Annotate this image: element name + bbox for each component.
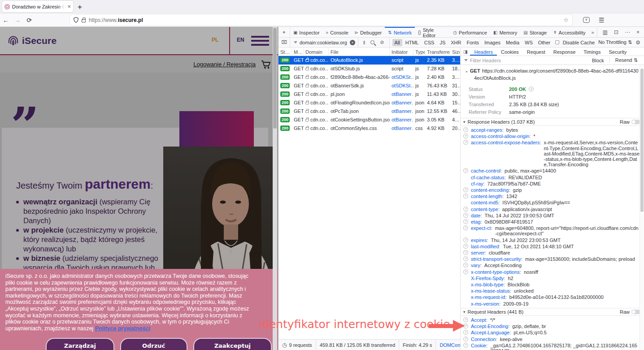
disable-cache-label[interactable]: Disable Cache [563, 40, 595, 45]
response-header-row[interactable]: ?x-ms-blob-type:BlockBlob [461, 281, 644, 288]
pick-element-icon[interactable]: ⌖ [278, 27, 290, 37]
network-request-row[interactable]: 200GETcdn.co…otCommonStyles.cssotBanner…… [278, 124, 460, 133]
initiator-cell[interactable]: otSDKSt… [390, 82, 413, 90]
help-icon[interactable]: ? [463, 207, 468, 212]
type-filter-other[interactable]: Other [536, 39, 553, 46]
cart-icon[interactable] [261, 60, 271, 69]
search-icon[interactable] [370, 40, 374, 44]
response-header-row[interactable]: ?access-control-expose-headers:x-ms-requ… [461, 139, 644, 168]
response-header-row[interactable]: ?content-type:application/x-javascript [461, 206, 644, 212]
type-filter-fonts[interactable]: Fonts [464, 39, 481, 46]
forward-button[interactable]: → [12, 17, 23, 24]
throttling-select[interactable]: No Throttling ⇅ [598, 39, 632, 45]
resend-button[interactable]: Resend ⇅ [615, 57, 638, 63]
devtools-tab-network[interactable]: ⇅Network [385, 27, 415, 37]
help-icon[interactable]: ? [463, 194, 468, 199]
response-header-row[interactable]: ?x-ms-lease-status:unlocked [461, 288, 644, 294]
block-requests-icon[interactable]: ⊘ [380, 39, 384, 45]
details-tab-cookies[interactable]: Cookies [497, 48, 523, 56]
network-request-row[interactable]: 200GETcdn.co…f2890bc8-88eb-4bac-a266-df9… [278, 73, 460, 82]
response-header-row[interactable]: ?expires:Thu, 14 Jul 2022 23:00:53 GMT [461, 237, 644, 243]
network-request-row[interactable]: 200GETcdn.co…pl.jsonotBanner…js11.43 KB3… [278, 90, 460, 99]
help-icon[interactable]: ? [463, 168, 468, 173]
column-header[interactable]: Domain [304, 48, 329, 56]
help-icon[interactable]: ? [463, 134, 468, 138]
details-scrollbar[interactable] [640, 65, 644, 350]
block-url-button[interactable]: Block [592, 58, 604, 63]
type-filter-js[interactable]: JS [437, 39, 448, 46]
help-icon[interactable]: ? [463, 213, 468, 218]
close-devtools-icon[interactable]: × [636, 29, 640, 35]
raw-toggle[interactable] [631, 120, 640, 124]
privacy-policy-link[interactable]: Polityce prywatności [95, 325, 150, 332]
page-scrollbar-thumb[interactable] [273, 28, 277, 129]
column-header[interactable]: M… [292, 48, 304, 56]
column-header[interactable]: Initiator [390, 48, 413, 56]
headers-scroll-area[interactable]: ▸GEThttps://cdn.cookielaw.org/consent/f2… [461, 65, 644, 350]
response-header-row[interactable]: ?server:cloudflare [461, 250, 644, 256]
help-icon[interactable]: ? [463, 256, 468, 261]
separate-window-icon[interactable]: ⊡ [614, 29, 618, 35]
network-request-row[interactable]: 200GETcdn.co…OtAutoBlock.jsscriptjs2.35 … [278, 56, 460, 65]
network-request-row[interactable]: 200GETcdn.co…otBannerSdk.jsotSDKSt…js76.… [278, 82, 460, 90]
help-icon[interactable]: ? [463, 250, 468, 255]
network-settings-gear-icon[interactable]: ⚙ [635, 39, 640, 46]
hamburger-menu-icon[interactable] [251, 36, 269, 48]
column-header[interactable]: Transferred [425, 48, 450, 56]
column-header[interactable]: File [329, 48, 390, 56]
network-request-row[interactable]: 200GETcdn.co…otPcTab.jsonotBanner…json12… [278, 107, 460, 116]
request-header-row[interactable]: ?Accept:*/* [461, 317, 644, 323]
cookie-button-zaakceptuj-wszystkie[interactable]: Zaakceptuj wszystkie [193, 338, 272, 350]
back-button[interactable]: ← [0, 17, 12, 24]
details-tab-security[interactable]: Security [605, 48, 631, 56]
response-header-row[interactable]: ?cf-cache-status:REVALIDATED [461, 174, 644, 181]
response-header-row[interactable]: ?x-ms-version:2009-09-19 [461, 301, 644, 307]
type-filter-ws[interactable]: WS [522, 39, 535, 46]
response-header-row[interactable]: ?strict-transport-security:max-age=31536… [461, 256, 644, 262]
details-tab-response[interactable]: Response [549, 48, 580, 56]
app-menu-icon[interactable]: ☰ [599, 17, 605, 24]
network-request-row[interactable]: 200GETcdn.co…otCookieSettingsButton.json… [278, 116, 460, 124]
initiator-cell[interactable]: otBanner… [390, 90, 413, 99]
response-header-row[interactable]: ?content-length:1342 [461, 193, 644, 199]
bookmark-star-icon[interactable]: ☆ [563, 17, 569, 23]
type-filter-html[interactable]: HTML [403, 39, 421, 46]
response-header-row[interactable]: ?expect-ct:max-age=604800, report-uri="h… [461, 225, 644, 237]
response-header-row[interactable]: ?vary:Accept-Encoding [461, 262, 644, 268]
cookie-button-zarządzaj-cookies[interactable]: Zarządzaj cookies [46, 338, 114, 350]
response-header-row[interactable]: ?content-encoding:gzip [461, 187, 644, 193]
response-header-row[interactable]: ?etag:0x8D98D8F4F819517 [461, 219, 644, 225]
details-tab-headers[interactable]: Headers [470, 48, 497, 56]
response-headers-section[interactable]: ▾ Response Headers (1.037 KB) Raw [461, 118, 644, 126]
tab-close-icon[interactable]: × [67, 3, 71, 10]
response-header-row[interactable]: ?date:Thu, 14 Jul 2022 19:00:53 GMT [461, 212, 644, 219]
devtools-options-icon[interactable]: ⋯ [625, 29, 630, 35]
devtools-tab-memory[interactable]: ◧Memory [490, 27, 520, 37]
column-header[interactable]: Size [450, 48, 460, 56]
browser-tab[interactable]: Doradztwo w Zakresie Ochrony Dany × [2, 1, 73, 12]
response-header-row[interactable]: ?last-modified:Tue, 12 Oct 2021 14:48:10… [461, 243, 644, 250]
help-icon[interactable]: ? [529, 86, 534, 91]
help-icon[interactable]: ? [463, 140, 468, 145]
raw-toggle[interactable] [631, 310, 640, 314]
network-request-row[interactable]: 200GETcdn.co…otFloatingRoundedIcon.jsono… [278, 99, 460, 107]
response-header-row[interactable]: ?x-content-type-options:nosniff [461, 269, 644, 275]
cookie-button-odrzuć-wszystkie[interactable]: Odrzuć wszystkie [120, 338, 187, 350]
initiator-cell[interactable]: otSDKSt… [390, 73, 413, 82]
login-register-link[interactable]: Logowanie / Rejestracja [193, 61, 256, 68]
isecure-logo[interactable]: iSecure [7, 34, 57, 48]
response-header-row[interactable]: ?cf-ray:72ac80f79f5a7b87-DME [461, 181, 644, 187]
details-scrollbar-thumb[interactable] [640, 69, 644, 212]
response-header-row[interactable]: ?x-ms-request-id:b4952d0e-a01e-0014-2132… [461, 294, 644, 300]
help-icon[interactable]: ? [463, 238, 468, 242]
more-tabs-chevron-icon[interactable]: » [588, 27, 596, 37]
help-icon[interactable]: ? [463, 127, 468, 132]
response-header-row[interactable]: ?accept-ranges:bytes [461, 127, 644, 133]
type-filter-css[interactable]: CSS [422, 39, 437, 46]
devtools-tab-debugger[interactable]: ⊳Debugger [352, 27, 385, 37]
devtools-tab-accessibility[interactable]: ✝Accessibility [550, 27, 588, 37]
reload-button[interactable]: ⟳ [23, 17, 35, 24]
help-icon[interactable]: ? [463, 337, 468, 341]
pause-traffic-icon[interactable]: ‖ [363, 40, 366, 45]
type-filter-media[interactable]: Media [504, 39, 522, 46]
